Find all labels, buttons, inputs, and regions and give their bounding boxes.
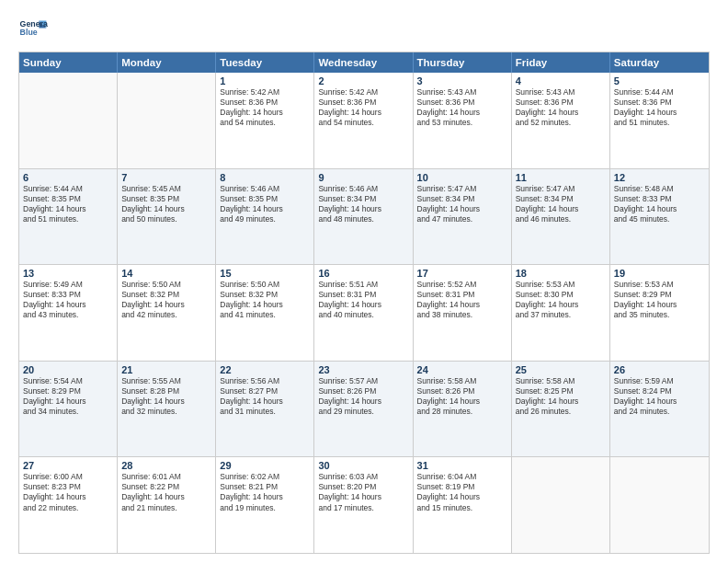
calendar-cell: 27Sunrise: 6:00 AM Sunset: 8:23 PM Dayli… bbox=[19, 457, 118, 553]
cell-info: Sunrise: 5:52 AM Sunset: 8:31 PM Dayligh… bbox=[417, 280, 507, 320]
day-number: 14 bbox=[121, 268, 211, 279]
cell-info: Sunrise: 5:46 AM Sunset: 8:34 PM Dayligh… bbox=[318, 184, 408, 224]
day-number: 11 bbox=[516, 172, 606, 183]
day-number: 22 bbox=[220, 364, 310, 375]
day-number: 20 bbox=[23, 364, 113, 375]
day-number: 8 bbox=[220, 172, 310, 183]
logo: General Blue bbox=[18, 15, 48, 44]
calendar: SundayMondayTuesdayWednesdayThursdayFrid… bbox=[18, 52, 710, 554]
calendar-cell: 20Sunrise: 5:54 AM Sunset: 8:29 PM Dayli… bbox=[19, 362, 118, 457]
calendar-cell: 5Sunrise: 5:44 AM Sunset: 8:36 PM Daylig… bbox=[610, 73, 709, 168]
day-number: 18 bbox=[516, 268, 606, 279]
cell-info: Sunrise: 5:45 AM Sunset: 8:35 PM Dayligh… bbox=[121, 184, 211, 224]
cell-info: Sunrise: 5:44 AM Sunset: 8:36 PM Dayligh… bbox=[614, 87, 705, 128]
cell-info: Sunrise: 5:58 AM Sunset: 8:26 PM Dayligh… bbox=[417, 376, 507, 417]
calendar-cell: 19Sunrise: 5:53 AM Sunset: 8:29 PM Dayli… bbox=[610, 265, 709, 361]
day-number: 3 bbox=[417, 75, 507, 86]
logo-icon: General Blue bbox=[18, 15, 48, 44]
calendar-cell: 18Sunrise: 5:53 AM Sunset: 8:30 PM Dayli… bbox=[512, 265, 610, 361]
day-number: 1 bbox=[220, 75, 310, 86]
calendar-cell: 1Sunrise: 5:42 AM Sunset: 8:36 PM Daylig… bbox=[216, 73, 314, 168]
cell-info: Sunrise: 5:56 AM Sunset: 8:27 PM Dayligh… bbox=[220, 376, 310, 417]
cell-info: Sunrise: 6:04 AM Sunset: 8:19 PM Dayligh… bbox=[417, 472, 507, 512]
day-number: 17 bbox=[417, 268, 507, 279]
day-number: 25 bbox=[516, 364, 606, 375]
cell-info: Sunrise: 5:42 AM Sunset: 8:36 PM Dayligh… bbox=[318, 87, 408, 128]
day-header-sunday: Sunday bbox=[19, 52, 118, 73]
cell-info: Sunrise: 5:44 AM Sunset: 8:35 PM Dayligh… bbox=[23, 184, 113, 224]
day-number: 4 bbox=[516, 75, 606, 86]
calendar-cell: 3Sunrise: 5:43 AM Sunset: 8:36 PM Daylig… bbox=[414, 73, 512, 168]
day-number: 23 bbox=[318, 364, 408, 375]
calendar-row-1: 1Sunrise: 5:42 AM Sunset: 8:36 PM Daylig… bbox=[19, 73, 709, 168]
calendar-cell: 8Sunrise: 5:46 AM Sunset: 8:35 PM Daylig… bbox=[216, 169, 314, 265]
svg-text:General: General bbox=[20, 19, 48, 29]
cell-info: Sunrise: 6:03 AM Sunset: 8:20 PM Dayligh… bbox=[318, 472, 408, 512]
cell-info: Sunrise: 5:53 AM Sunset: 8:29 PM Dayligh… bbox=[614, 280, 705, 320]
calendar-cell bbox=[610, 457, 709, 553]
cell-info: Sunrise: 5:53 AM Sunset: 8:30 PM Dayligh… bbox=[516, 280, 606, 320]
day-number: 30 bbox=[318, 460, 408, 471]
day-number: 16 bbox=[318, 268, 408, 279]
page: General Blue SundayMondayTuesdayWednesda… bbox=[0, 0, 728, 563]
header: General Blue bbox=[18, 15, 710, 44]
day-header-saturday: Saturday bbox=[610, 52, 709, 73]
calendar-cell: 14Sunrise: 5:50 AM Sunset: 8:32 PM Dayli… bbox=[118, 265, 216, 361]
calendar-cell: 29Sunrise: 6:02 AM Sunset: 8:21 PM Dayli… bbox=[216, 457, 314, 553]
cell-info: Sunrise: 5:46 AM Sunset: 8:35 PM Dayligh… bbox=[220, 184, 310, 224]
calendar-row-5: 27Sunrise: 6:00 AM Sunset: 8:23 PM Dayli… bbox=[19, 456, 709, 553]
calendar-cell: 30Sunrise: 6:03 AM Sunset: 8:20 PM Dayli… bbox=[314, 457, 413, 553]
calendar-cell: 10Sunrise: 5:47 AM Sunset: 8:34 PM Dayli… bbox=[414, 169, 512, 265]
cell-info: Sunrise: 5:47 AM Sunset: 8:34 PM Dayligh… bbox=[417, 184, 507, 224]
cell-info: Sunrise: 5:55 AM Sunset: 8:28 PM Dayligh… bbox=[121, 376, 211, 417]
cell-info: Sunrise: 5:48 AM Sunset: 8:33 PM Dayligh… bbox=[614, 184, 705, 224]
cell-info: Sunrise: 5:49 AM Sunset: 8:33 PM Dayligh… bbox=[23, 280, 113, 320]
day-header-friday: Friday bbox=[512, 52, 610, 73]
calendar-cell: 28Sunrise: 6:01 AM Sunset: 8:22 PM Dayli… bbox=[118, 457, 216, 553]
cell-info: Sunrise: 6:02 AM Sunset: 8:21 PM Dayligh… bbox=[220, 472, 310, 512]
calendar-header: SundayMondayTuesdayWednesdayThursdayFrid… bbox=[19, 52, 709, 73]
calendar-cell: 7Sunrise: 5:45 AM Sunset: 8:35 PM Daylig… bbox=[118, 169, 216, 265]
cell-info: Sunrise: 5:54 AM Sunset: 8:29 PM Dayligh… bbox=[23, 376, 113, 417]
calendar-cell bbox=[118, 73, 216, 168]
day-number: 24 bbox=[417, 364, 507, 375]
calendar-cell: 12Sunrise: 5:48 AM Sunset: 8:33 PM Dayli… bbox=[610, 169, 709, 265]
cell-info: Sunrise: 5:58 AM Sunset: 8:25 PM Dayligh… bbox=[516, 376, 606, 417]
day-number: 10 bbox=[417, 172, 507, 183]
day-header-tuesday: Tuesday bbox=[216, 52, 314, 73]
svg-text:Blue: Blue bbox=[20, 28, 38, 37]
day-header-monday: Monday bbox=[118, 52, 216, 73]
calendar-cell: 6Sunrise: 5:44 AM Sunset: 8:35 PM Daylig… bbox=[19, 169, 118, 265]
day-header-thursday: Thursday bbox=[414, 52, 512, 73]
day-header-wednesday: Wednesday bbox=[314, 52, 413, 73]
day-number: 19 bbox=[614, 268, 705, 279]
cell-info: Sunrise: 5:57 AM Sunset: 8:26 PM Dayligh… bbox=[318, 376, 408, 417]
day-number: 6 bbox=[23, 172, 113, 183]
calendar-cell: 23Sunrise: 5:57 AM Sunset: 8:26 PM Dayli… bbox=[314, 362, 413, 457]
day-number: 31 bbox=[417, 460, 507, 471]
calendar-cell: 21Sunrise: 5:55 AM Sunset: 8:28 PM Dayli… bbox=[118, 362, 216, 457]
calendar-cell: 25Sunrise: 5:58 AM Sunset: 8:25 PM Dayli… bbox=[512, 362, 610, 457]
day-number: 9 bbox=[318, 172, 408, 183]
cell-info: Sunrise: 5:50 AM Sunset: 8:32 PM Dayligh… bbox=[121, 280, 211, 320]
calendar-cell: 22Sunrise: 5:56 AM Sunset: 8:27 PM Dayli… bbox=[216, 362, 314, 457]
calendar-cell: 13Sunrise: 5:49 AM Sunset: 8:33 PM Dayli… bbox=[19, 265, 118, 361]
calendar-row-2: 6Sunrise: 5:44 AM Sunset: 8:35 PM Daylig… bbox=[19, 168, 709, 265]
calendar-cell: 15Sunrise: 5:50 AM Sunset: 8:32 PM Dayli… bbox=[216, 265, 314, 361]
cell-info: Sunrise: 6:01 AM Sunset: 8:22 PM Dayligh… bbox=[121, 472, 211, 512]
day-number: 15 bbox=[220, 268, 310, 279]
day-number: 12 bbox=[614, 172, 705, 183]
calendar-cell: 2Sunrise: 5:42 AM Sunset: 8:36 PM Daylig… bbox=[314, 73, 413, 168]
calendar-cell: 11Sunrise: 5:47 AM Sunset: 8:34 PM Dayli… bbox=[512, 169, 610, 265]
calendar-cell: 16Sunrise: 5:51 AM Sunset: 8:31 PM Dayli… bbox=[314, 265, 413, 361]
calendar-cell bbox=[512, 457, 610, 553]
day-number: 2 bbox=[318, 75, 408, 86]
cell-info: Sunrise: 6:00 AM Sunset: 8:23 PM Dayligh… bbox=[23, 472, 113, 512]
cell-info: Sunrise: 5:43 AM Sunset: 8:36 PM Dayligh… bbox=[516, 87, 606, 128]
cell-info: Sunrise: 5:43 AM Sunset: 8:36 PM Dayligh… bbox=[417, 87, 507, 128]
cell-info: Sunrise: 5:47 AM Sunset: 8:34 PM Dayligh… bbox=[516, 184, 606, 224]
day-number: 13 bbox=[23, 268, 113, 279]
calendar-cell bbox=[19, 73, 118, 168]
calendar-cell: 17Sunrise: 5:52 AM Sunset: 8:31 PM Dayli… bbox=[414, 265, 512, 361]
day-number: 28 bbox=[121, 460, 211, 471]
